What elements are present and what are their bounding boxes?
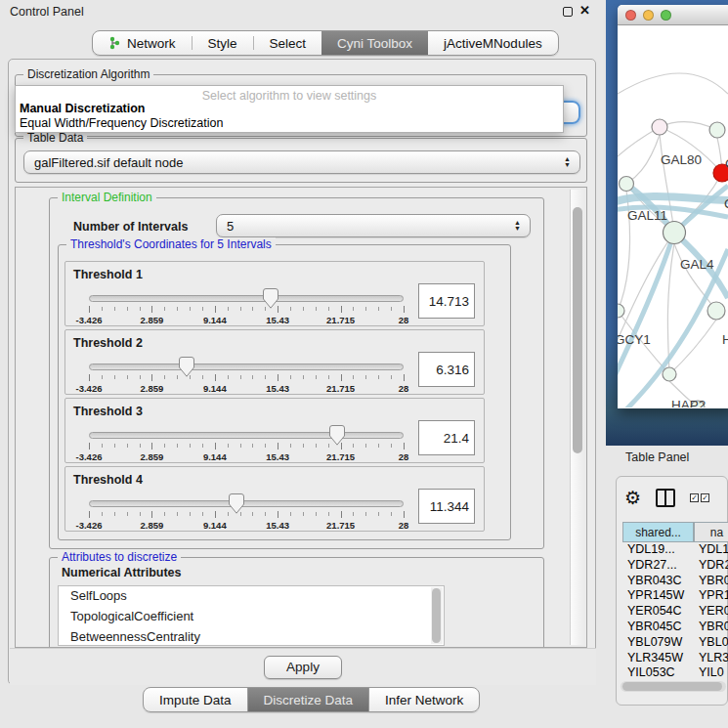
table-cell[interactable]: YBR045C	[622, 620, 694, 635]
table-cell[interactable]: YER054C	[622, 604, 694, 620]
table-cell[interactable]: YDL1	[694, 542, 728, 558]
table-cell[interactable]: YLR345W	[622, 651, 694, 666]
float-window-icon[interactable]	[563, 7, 573, 17]
number-of-intervals-value: 5	[227, 219, 234, 234]
slider-ticks	[89, 306, 404, 313]
table-column-header[interactable]: shared...	[622, 522, 694, 542]
apply-button[interactable]: Apply	[264, 656, 342, 679]
minimize-traffic-icon[interactable]	[643, 10, 654, 21]
network-view-window[interactable]: GAL80GACGAL11GAL4GCY1HHAP2	[618, 5, 728, 408]
network-node[interactable]	[664, 222, 686, 244]
slider-track[interactable]	[89, 500, 404, 507]
table-horizontal-scrollbar[interactable]	[621, 681, 726, 692]
tab-infer-network[interactable]: Infer Network	[368, 688, 479, 711]
network-edge[interactable]	[626, 135, 660, 184]
table-row[interactable]: YER054CYER0	[622, 604, 728, 620]
number-of-intervals-select[interactable]: 5 ▲▼	[216, 214, 531, 237]
network-node[interactable]	[663, 367, 676, 381]
table-cell[interactable]: YER0	[694, 604, 728, 620]
thresholds-group: Threshold's Coordinates for 5 Intervals …	[58, 244, 511, 540]
tab-select[interactable]: Select	[254, 31, 322, 55]
cyni-bottom-tabbar: Impute DataDiscretize DataInfer Network	[143, 687, 480, 712]
algorithm-popup-item[interactable]: Equal Width/Frequency Discretization	[16, 116, 563, 131]
tab-jactivemnodules[interactable]: jActiveMNodules	[428, 31, 558, 55]
table-row[interactable]: YDL19...YDL1	[622, 542, 728, 558]
table-cell[interactable]: YBR043C	[622, 574, 694, 589]
tab-impute-data[interactable]: Impute Data	[144, 688, 247, 711]
table-cell[interactable]: YPR145W	[622, 588, 694, 604]
tab-style[interactable]: Style	[193, 31, 253, 55]
zoom-traffic-icon[interactable]	[661, 10, 671, 21]
gear-icon[interactable]: ⚙	[624, 489, 641, 507]
tab-discretize-data[interactable]: Discretize Data	[247, 688, 369, 711]
table-cell[interactable]: YDR27...	[622, 558, 694, 574]
table-data-select[interactable]: galFiltered.sif default node ▲▼	[23, 150, 580, 174]
node-table: shared...na YDL19...YDL1YDR27...YDR2YBR0…	[622, 522, 728, 681]
threshold-label: Threshold 2	[73, 336, 143, 350]
threshold-value-field[interactable]: 21.4	[418, 420, 475, 455]
table-row[interactable]: YPR145WYPR1	[622, 588, 728, 604]
table-row[interactable]: YIL053CYIL0	[622, 665, 728, 681]
table-cell[interactable]: YBL0	[694, 635, 728, 651]
slider-track[interactable]	[89, 432, 404, 439]
table-row[interactable]: YDR27...YDR2	[622, 558, 728, 574]
table-cell[interactable]: YBL079W	[622, 635, 694, 651]
network-edge[interactable]	[660, 122, 717, 130]
attribute-list-item[interactable]: BetweennessCentrality	[59, 627, 444, 646]
network-node[interactable]	[618, 304, 624, 318]
attribute-list-item[interactable]: SelfLoops	[59, 586, 444, 607]
control-panel-tabbar: NetworkStyleSelectCyni ToolboxjActiveMNo…	[92, 30, 559, 56]
threshold-slider[interactable]: -3.4262.8599.14415.4321.71528	[89, 430, 404, 459]
settings-scrollbar-thumb[interactable]	[573, 207, 582, 453]
network-edge[interactable]	[618, 73, 728, 94]
slider-ticks	[89, 374, 404, 381]
table-cell[interactable]: YLR3	[694, 651, 728, 666]
settings-scroll-area: Interval Definition Number of Intervals …	[15, 187, 587, 648]
threshold-slider[interactable]: -3.4262.8599.14415.4321.71528	[89, 293, 404, 322]
interval-definition-group: Interval Definition Number of Intervals …	[49, 197, 544, 549]
network-node[interactable]	[652, 119, 667, 135]
network-node[interactable]	[707, 302, 725, 320]
select-columns-icons[interactable]: ✓ ✓	[690, 493, 709, 502]
table-row[interactable]: YBL079WYBL0	[622, 635, 728, 651]
threshold-value-field[interactable]: 6.316	[418, 352, 475, 387]
table-row[interactable]: YBR043CYBR0	[622, 574, 728, 589]
columns-icon[interactable]	[656, 489, 675, 507]
network-canvas[interactable]: GAL80GACGAL11GAL4GCY1HHAP2	[618, 25, 728, 407]
cytoscape-desktop: GAL80GACGAL11GAL4GCY1HHAP2	[606, 0, 728, 446]
network-node[interactable]	[620, 177, 634, 192]
attribute-list-item[interactable]: TopologicalCoefficient	[59, 607, 444, 627]
table-cell[interactable]: YDR2	[694, 558, 728, 574]
threshold-slider[interactable]: -3.4262.8599.14415.4321.71528	[89, 498, 404, 528]
numerical-attributes-list[interactable]: SelfLoopsTopologicalCoefficientBetweenne…	[58, 585, 445, 646]
table-cell[interactable]: YBR0	[694, 574, 728, 589]
slider-track[interactable]	[89, 364, 404, 370]
table-cell[interactable]: YPR1	[694, 588, 728, 604]
attributes-scrollbar-thumb[interactable]	[432, 588, 441, 643]
table-panel-title: Table Panel	[625, 450, 689, 464]
table-column-header[interactable]: na	[694, 522, 728, 542]
close-icon[interactable]: ✕	[579, 3, 590, 18]
table-horizontal-scrollbar-thumb[interactable]	[622, 682, 722, 691]
slider-track[interactable]	[89, 295, 404, 302]
table-cell[interactable]: YBR0	[694, 620, 728, 635]
settings-scrollbar[interactable]	[570, 190, 584, 645]
table-row[interactable]: YBR045CYBR0	[622, 620, 728, 635]
table-row[interactable]: YLR345WYLR3	[622, 651, 728, 666]
table-cell[interactable]: YIL053C	[622, 665, 694, 681]
network-node[interactable]	[709, 122, 725, 138]
algorithm-popup-item[interactable]: Manual Discretization	[16, 102, 563, 116]
interval-definition-title: Interval Definition	[58, 191, 156, 204]
threshold-slider[interactable]: -3.4262.8599.14415.4321.71528	[89, 362, 404, 391]
attributes-scrollbar[interactable]	[431, 587, 443, 644]
tab-cyni-toolbox[interactable]: Cyni Toolbox	[321, 31, 428, 55]
close-traffic-icon[interactable]	[625, 10, 636, 21]
threshold-value-field[interactable]: 11.344	[418, 489, 475, 524]
slider-tick-labels: -3.4262.8599.14415.4321.71528	[89, 520, 404, 530]
tab-network[interactable]: Network	[93, 31, 192, 55]
threshold-value-field[interactable]: 14.713	[418, 283, 475, 319]
network-edge[interactable]	[618, 127, 660, 166]
network-window-titlebar[interactable]	[618, 5, 728, 25]
table-cell[interactable]: YDL19...	[622, 542, 694, 558]
table-cell[interactable]: YIL0	[694, 665, 728, 681]
